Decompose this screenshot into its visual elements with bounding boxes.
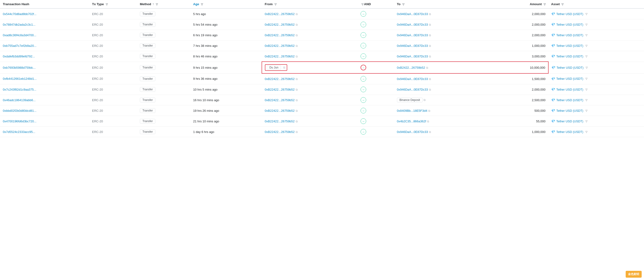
txtype-filter-icon[interactable]: ▽ bbox=[106, 3, 108, 6]
from-address-link[interactable]: 0xB22422...26759b52 bbox=[265, 77, 294, 81]
asset-link[interactable]: Tether USD (USDT) bbox=[556, 12, 583, 16]
copy-from-icon[interactable]: ⧉ bbox=[296, 130, 298, 134]
from-filter-icon[interactable]: ▽ bbox=[274, 3, 276, 6]
copy-to-icon[interactable]: ⧉ bbox=[429, 130, 431, 134]
to-address-link[interactable]: 0xB2422...26759b52 bbox=[397, 66, 425, 69]
asset-row-filter-icon[interactable]: ▽ bbox=[586, 120, 587, 123]
copy-from-icon[interactable]: ⧉ bbox=[296, 88, 298, 91]
tx-hash-link[interactable]: 0xb755ad7c7ef2b9a20... bbox=[3, 44, 36, 48]
asset-filter-icon[interactable]: ▽ bbox=[562, 3, 564, 6]
asset-link[interactable]: Tether USD (USDT) bbox=[556, 66, 584, 69]
asset-row-filter-icon[interactable]: ▽ bbox=[586, 99, 587, 102]
from-address-link[interactable]: 0xB22422...26759b52 bbox=[265, 34, 294, 37]
asset-row-filter-icon[interactable]: ▽ bbox=[586, 109, 587, 112]
copy-to-icon[interactable]: ⧉ bbox=[429, 13, 431, 16]
asset-row-filter-icon[interactable]: ▽ bbox=[586, 130, 587, 133]
method-filter-icon[interactable]: ▽ bbox=[156, 3, 158, 6]
copy-to-icon[interactable]: ⧉ bbox=[429, 55, 431, 58]
from-address-link[interactable]: 0xB22422...26759b52 bbox=[265, 98, 294, 102]
asset-row-filter-icon[interactable]: ▽ bbox=[586, 66, 588, 69]
copy-to-icon[interactable]: ⧉ bbox=[429, 44, 431, 48]
asset-gem-icon: 💎 bbox=[551, 98, 555, 102]
copy-to-icon[interactable]: ⧉ bbox=[429, 34, 431, 37]
col-header-from: From ▽ bbox=[262, 0, 358, 9]
copy-to-icon[interactable]: ⧉ bbox=[426, 66, 428, 69]
tx-hash-link[interactable]: 0x4700196fd6d3bc720... bbox=[3, 120, 36, 123]
to-address-link[interactable]: 0x946DaA...0E87Dc33 bbox=[397, 23, 428, 26]
copy-to-icon[interactable]: ⧉ bbox=[428, 109, 430, 112]
copy-from-icon[interactable]: ⧉ bbox=[296, 120, 298, 123]
copy-to-icon[interactable]: ⧉ bbox=[429, 77, 431, 81]
asset-link[interactable]: Tether USD (USDT) bbox=[556, 88, 583, 91]
amount-filter-icon[interactable]: ▽ bbox=[544, 3, 546, 6]
asset-row-filter-icon[interactable]: ▽ bbox=[586, 55, 587, 58]
copy-to-icon[interactable]: ⧉ bbox=[429, 88, 431, 91]
asset-link[interactable]: Tether USD (USDT) bbox=[556, 34, 583, 37]
tx-hash-link[interactable]: 0x46adc1864139abb6... bbox=[3, 98, 36, 102]
copy-from-icon[interactable]: ⧉ bbox=[296, 55, 298, 58]
to-address-link[interactable]: 0x946DaA...0E87Dc33 bbox=[397, 34, 428, 37]
from-address-link[interactable]: 0xB22422...26759b52 bbox=[265, 130, 294, 134]
tx-hash-link[interactable]: 0xfb4412661eb1248d1... bbox=[3, 77, 37, 81]
copy-from-icon[interactable]: ⧉ bbox=[283, 66, 285, 69]
to-address-link[interactable]: 0x8409Bb...18E5F3d4 bbox=[397, 109, 427, 112]
copy-from-icon[interactable]: ⧉ bbox=[296, 34, 298, 37]
tx-hash-link[interactable]: 0xad8c36f4c8a3d4700... bbox=[3, 34, 36, 37]
copy-from-icon[interactable]: ⧉ bbox=[296, 77, 298, 81]
asset-link[interactable]: Tether USD (USDT) bbox=[556, 130, 583, 134]
tx-hash-link[interactable]: 0x7d5524c2333acc95... bbox=[3, 130, 35, 134]
copy-from-icon[interactable]: ⧉ bbox=[296, 44, 298, 48]
to-address-link[interactable]: 0x946DaA...0E87Dc33 bbox=[397, 44, 428, 48]
from-address-link[interactable]: 0xB22422...26759b52 bbox=[265, 120, 294, 123]
from-address-link[interactable]: 0xB22422...26759b52 bbox=[265, 12, 294, 16]
age-filter-icon[interactable]: ▽ bbox=[201, 3, 203, 6]
to-filter-icon[interactable]: ▽ bbox=[402, 3, 404, 6]
tx-hash-link[interactable]: 0x78847db2ada2c3c1... bbox=[3, 23, 36, 26]
copy-from-icon[interactable]: ⧉ bbox=[296, 13, 298, 16]
tx-hash-link[interactable]: 0xbbd02f2b0d80dcd81... bbox=[3, 109, 36, 112]
copy-from-icon[interactable]: ⧉ bbox=[296, 23, 298, 26]
tx-hash-link[interactable]: 0x544c70d8ad8bb702f... bbox=[3, 12, 36, 16]
asset-row-filter-icon[interactable]: ▽ bbox=[586, 88, 587, 91]
asset-link[interactable]: Tether USD (USDT) bbox=[556, 120, 583, 123]
from-cell: Du Jun⧉ bbox=[262, 62, 358, 73]
tx-hash-link[interactable]: 0xdafefb3dd99efd792... bbox=[3, 55, 35, 58]
method-help-icon[interactable]: ? bbox=[152, 3, 154, 6]
to-address-link[interactable]: 0x4b2C35...866a362f bbox=[397, 120, 426, 123]
asset-link[interactable]: Tether USD (USDT) bbox=[556, 98, 583, 102]
copy-to-icon[interactable]: ⧉ bbox=[427, 120, 429, 123]
tx-type-cell: ERC-20 bbox=[89, 19, 137, 30]
asset-row-filter-icon[interactable]: ▽ bbox=[586, 23, 587, 26]
copy-from-icon[interactable]: ⧉ bbox=[296, 99, 298, 102]
from-address-link[interactable]: 0xB22422...26759b52 bbox=[265, 55, 294, 58]
asset-row-filter-icon[interactable]: ▽ bbox=[586, 44, 587, 47]
from-address-link[interactable]: 0xB22422...26759b52 bbox=[265, 23, 294, 26]
copy-to-icon[interactable]: ⧉ bbox=[429, 23, 431, 26]
to-address-link[interactable]: 0x946DaA...0E87Dc33 bbox=[397, 55, 428, 58]
copy-from-icon[interactable]: ⧉ bbox=[296, 109, 298, 112]
tx-hash-link[interactable]: 0xb7693b5988d759dc... bbox=[3, 66, 36, 69]
asset-row-filter-icon[interactable]: ▽ bbox=[586, 13, 587, 16]
to-address-link[interactable]: 0x946DaA...0E87Dc33 bbox=[397, 12, 428, 16]
from-address-link[interactable]: 0xB22422...26759b52 bbox=[265, 109, 294, 112]
asset-link[interactable]: Tether USD (USDT) bbox=[556, 77, 583, 81]
to-address-link[interactable]: 0x946DaA...0E87Dc33 bbox=[397, 88, 428, 91]
asset-link[interactable]: Tether USD (USDT) bbox=[556, 55, 583, 58]
asset-row-filter-icon[interactable]: ▽ bbox=[586, 34, 587, 37]
to-address-link[interactable]: 0x946DaA...0E87Dc33 bbox=[397, 130, 428, 134]
copy-to-icon[interactable]: ⧉ bbox=[424, 98, 426, 102]
col-header-hash: Transaction Hash bbox=[0, 0, 89, 9]
asset-link[interactable]: Tether USD (USDT) bbox=[556, 109, 583, 112]
from-address-link[interactable]: 0xB22422...26759b52 bbox=[265, 88, 294, 91]
method-cell: Transfer bbox=[137, 30, 190, 41]
to-name-badge[interactable]: Binance Deposit bbox=[397, 98, 422, 102]
tx-hash-link[interactable]: 0x7c243f82d1c9aa375... bbox=[3, 88, 36, 91]
from-name-badge[interactable]: Du Jun bbox=[267, 65, 281, 70]
asset-link[interactable]: Tether USD (USDT) bbox=[556, 23, 583, 26]
asset-row-filter-icon[interactable]: ▽ bbox=[586, 77, 587, 80]
from-cell: 0xB22422...26759b52⧉ bbox=[262, 116, 358, 127]
and-filter-icon[interactable]: ▽ bbox=[362, 3, 363, 6]
asset-link[interactable]: Tether USD (USDT) bbox=[556, 44, 583, 48]
from-address-link[interactable]: 0xB22422...26759b52 bbox=[265, 44, 294, 48]
to-address-link[interactable]: 0x946DaA...0E87Dc33 bbox=[397, 77, 428, 81]
